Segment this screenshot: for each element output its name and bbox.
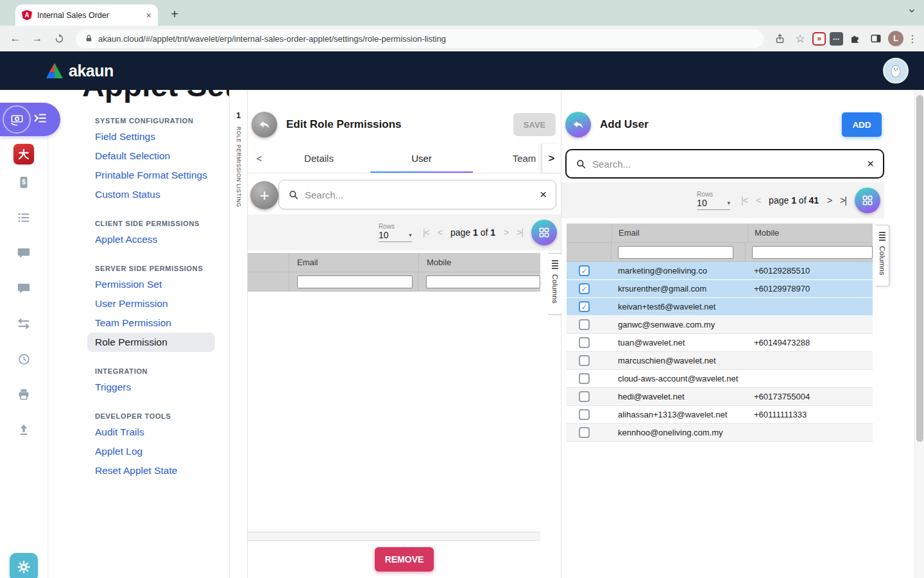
user-row[interactable]: ✓ganwc@senwave.com.my bbox=[567, 316, 873, 334]
user-row[interactable]: ✓kennhoo@oneliving.com.my bbox=[567, 424, 873, 442]
row-checkbox[interactable]: ✓ bbox=[579, 373, 590, 384]
sidebar-item-role-permission[interactable]: Role Permission bbox=[87, 333, 215, 352]
user-row[interactable]: ✓keivan+test6@wavelet.net bbox=[567, 298, 873, 316]
floating-menu-pill[interactable] bbox=[0, 103, 60, 136]
browser-profile-avatar[interactable]: L bbox=[888, 31, 903, 46]
user-row[interactable]: ✓alihassan+1313@wavelet.net+60111111333 bbox=[567, 406, 873, 424]
mobile-column-header[interactable]: Mobile bbox=[418, 253, 540, 272]
middle-search-input[interactable] bbox=[305, 189, 534, 200]
user-row[interactable]: ✓krsurenther@gmail.com+60129978970 bbox=[567, 280, 873, 298]
dots-extension-icon[interactable]: ••• bbox=[830, 32, 843, 46]
tab-user[interactable]: User bbox=[370, 144, 473, 173]
mobile-filter-input[interactable] bbox=[426, 276, 540, 288]
erp-app-icon[interactable] bbox=[13, 144, 34, 164]
side-panel-icon[interactable] bbox=[868, 30, 884, 47]
row-checkbox[interactable]: ✓ bbox=[579, 391, 590, 402]
add-button[interactable]: ADD bbox=[842, 112, 882, 137]
sales-doc-icon[interactable]: $ bbox=[0, 164, 47, 200]
bookmark-star-icon[interactable]: ☆ bbox=[792, 30, 809, 47]
list-icon[interactable] bbox=[0, 200, 47, 235]
rows-per-page-select[interactable]: 10 ▾ bbox=[697, 198, 730, 210]
tab-details[interactable]: Details bbox=[268, 144, 370, 173]
right-columns-toggle[interactable]: Columns bbox=[875, 225, 889, 286]
settings-gear-button[interactable] bbox=[10, 553, 38, 578]
new-tab-button[interactable]: + bbox=[166, 5, 184, 23]
next-page-button[interactable]: > bbox=[504, 227, 508, 238]
row-checkbox-checked[interactable]: ✓ bbox=[579, 301, 590, 312]
upload-icon[interactable] bbox=[0, 412, 47, 447]
akaun-logo[interactable]: akaun bbox=[45, 62, 114, 80]
row-checkbox-checked[interactable]: ✓ bbox=[579, 283, 590, 294]
tab-search-chevron-icon[interactable] bbox=[907, 6, 916, 18]
sidebar-item-field-settings[interactable]: Field Settings bbox=[95, 127, 229, 146]
save-button[interactable]: SAVE bbox=[513, 113, 556, 136]
collapse-menu-icon[interactable] bbox=[33, 111, 47, 128]
sidebar-item-user-permission[interactable]: User Permission bbox=[95, 294, 229, 313]
mobile-filter-input[interactable] bbox=[752, 246, 873, 259]
user-row[interactable]: ✓hedi@wavelet.net+60173755004 bbox=[567, 388, 873, 406]
back-button[interactable]: ← bbox=[6, 30, 24, 48]
row-checkbox-checked[interactable]: ✓ bbox=[579, 265, 590, 276]
user-avatar[interactable] bbox=[883, 58, 909, 83]
user-row[interactable]: ✓tuan@wavelet.net+60149473288 bbox=[567, 334, 873, 352]
printer-icon[interactable] bbox=[0, 376, 47, 412]
browser-tab[interactable]: A Internal Sales Order × bbox=[15, 4, 158, 26]
sidebar-item-triggers[interactable]: Triggers bbox=[95, 378, 229, 397]
back-button-middle[interactable] bbox=[252, 112, 277, 137]
prev-page-button[interactable]: < bbox=[756, 195, 760, 206]
email-filter-input[interactable] bbox=[297, 276, 413, 288]
tab-team[interactable]: Team bbox=[473, 144, 543, 173]
clear-search-icon[interactable]: × bbox=[540, 188, 547, 202]
right-search-input[interactable] bbox=[592, 159, 861, 170]
row-checkbox[interactable]: ✓ bbox=[579, 409, 590, 420]
clear-search-icon[interactable]: × bbox=[867, 157, 874, 171]
layout-grid-button[interactable] bbox=[531, 220, 557, 245]
user-row[interactable]: ✓cloud-aws-account@wavelet.net bbox=[567, 370, 873, 388]
row-checkbox[interactable]: ✓ bbox=[579, 337, 590, 348]
add-row-button[interactable]: + bbox=[250, 181, 278, 209]
sidebar-item-team-permission[interactable]: Team Permission bbox=[95, 313, 229, 333]
sidebar-item-applet-log[interactable]: Applet Log bbox=[95, 442, 229, 461]
sidebar-item-custom-status[interactable]: Custom Status bbox=[95, 185, 229, 204]
sidebar-item-applet-access[interactable]: Applet Access bbox=[95, 230, 229, 249]
middle-columns-toggle[interactable]: Columns bbox=[548, 253, 562, 315]
mobile-column-header[interactable]: Mobile bbox=[748, 223, 873, 242]
reload-button[interactable] bbox=[50, 30, 68, 48]
transfer-arrows-icon[interactable] bbox=[0, 306, 47, 341]
last-page-button[interactable]: >| bbox=[840, 195, 846, 206]
sidebar-item-reset-applet-state[interactable]: Reset Applet State bbox=[95, 461, 229, 480]
chat-bubble-icon-2[interactable] bbox=[0, 270, 47, 306]
record-tab-strip[interactable]: 1 ROLE PERMISSION LISTING bbox=[229, 90, 247, 578]
sidebar-item-default-selection[interactable]: Default Selection bbox=[95, 146, 229, 166]
user-row[interactable]: ✓marcuschien@wavelet.net bbox=[567, 352, 873, 370]
scrollbar-thumb[interactable] bbox=[916, 95, 923, 442]
user-row[interactable]: ✓marketing@oneliving.co+60129285510 bbox=[567, 262, 873, 280]
sidebar-item-permission-set[interactable]: Permission Set bbox=[95, 275, 229, 294]
row-checkbox[interactable]: ✓ bbox=[579, 319, 590, 330]
browser-menu-icon[interactable]: ⋮ bbox=[907, 33, 918, 45]
history-clock-icon[interactable] bbox=[0, 341, 47, 376]
row-checkbox[interactable]: ✓ bbox=[579, 355, 590, 366]
remove-button[interactable]: REMOVE bbox=[375, 547, 434, 572]
email-filter-input[interactable] bbox=[618, 246, 733, 259]
sidebar-item-audit-trails[interactable]: Audit Trails bbox=[95, 423, 229, 442]
rows-per-page-select[interactable]: 10 ▾ bbox=[379, 230, 412, 242]
share-icon[interactable] bbox=[771, 30, 788, 47]
first-page-button[interactable]: |< bbox=[741, 195, 748, 206]
forward-button[interactable]: → bbox=[28, 30, 46, 48]
tab-scroll-right-icon[interactable]: > bbox=[542, 144, 561, 173]
layout-grid-button[interactable] bbox=[855, 188, 880, 213]
tab-scroll-left-icon[interactable]: < bbox=[250, 144, 268, 173]
email-column-header[interactable]: Email bbox=[612, 223, 748, 242]
first-page-button[interactable]: |< bbox=[423, 227, 429, 238]
url-bar[interactable]: akaun.cloud/#/applet/tnt/wavelet/erp/int… bbox=[76, 30, 764, 48]
redirect-extension-icon[interactable]: » bbox=[812, 32, 826, 46]
email-column-header[interactable]: Email bbox=[289, 253, 418, 272]
next-page-button[interactable]: > bbox=[827, 195, 832, 206]
sidebar-item-printable-format-settings[interactable]: Printable Format Settings bbox=[95, 166, 229, 185]
last-page-button[interactable]: >| bbox=[517, 227, 523, 238]
prev-page-button[interactable]: < bbox=[438, 227, 442, 238]
extensions-puzzle-icon[interactable] bbox=[847, 30, 864, 47]
chat-bubble-icon[interactable] bbox=[0, 235, 47, 270]
tab-close-icon[interactable]: × bbox=[146, 10, 151, 21]
